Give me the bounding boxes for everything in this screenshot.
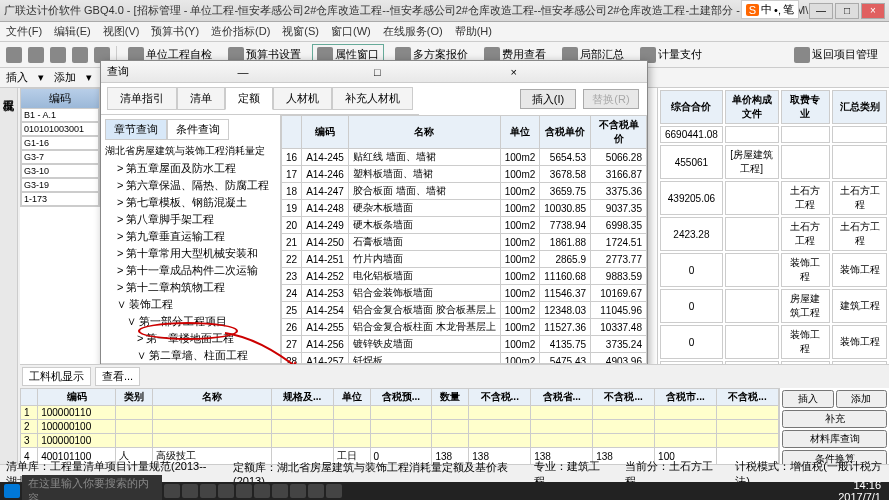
grid-row[interactable]: 24A14-253铝合金装饰板墙面100m211546.3710169.67 (282, 285, 647, 302)
grid-row[interactable]: 27A14-256镀锌铁皮墙面100m24135.753735.24 (282, 336, 647, 353)
grid-header-cell[interactable] (282, 116, 302, 149)
insert-button[interactable]: 插入(I) (520, 89, 576, 109)
dialog-tab-0[interactable]: 清单指引 (107, 87, 177, 110)
grid-header-cell[interactable]: 编码 (302, 116, 349, 149)
tree-tab-chapter[interactable]: 章节查询 (105, 119, 167, 140)
grid-row[interactable]: 25A14-254铝合金复合板墙面 胶合板基层上100m212348.03110… (282, 302, 647, 319)
menu-index[interactable]: 造价指标(D) (211, 24, 270, 39)
dialog-titlebar[interactable]: 查询 — □ × (101, 61, 647, 83)
grid-header-cell[interactable]: 名称 (348, 116, 500, 149)
tree-item[interactable]: > 第十一章成品构件二次运输 (103, 262, 278, 279)
bottom-header-cell[interactable]: 名称 (152, 389, 271, 406)
right-header-cell[interactable]: 取费专业 (781, 90, 830, 124)
taskbar-search[interactable]: 在这里输入你要搜索的内容 (22, 475, 162, 500)
coding-row[interactable]: G3-7 (21, 150, 99, 164)
bottom-row[interactable]: 3100000100 (21, 434, 779, 448)
sidebar-item-parts[interactable]: 分部分项 (0, 92, 1, 456)
menu-budget[interactable]: 预算书(Y) (151, 24, 199, 39)
bottom-header-cell[interactable]: 含税省... (531, 389, 593, 406)
grid-header-cell[interactable]: 不含税单价 (591, 116, 647, 149)
menu-win[interactable]: 窗口(W) (331, 24, 371, 39)
bottom-table[interactable]: 编码类别名称规格及...单位含税预...数量不含税...含税省...不含税...… (20, 388, 779, 466)
grid-row[interactable]: 20A14-249硬木板条墙面100m27738.946998.35 (282, 217, 647, 234)
right-row[interactable]: 2423.28土石方工程土石方工程 (660, 217, 887, 251)
maximize-button[interactable]: □ (835, 3, 859, 19)
grid-row[interactable]: 18A14-247胶合板面 墙面、墙裙100m23659.753375.36 (282, 183, 647, 200)
btn-insert[interactable]: 插入 (782, 390, 834, 408)
tab-insert[interactable]: 插入 (6, 70, 28, 85)
coding-row[interactable]: G1-16 (21, 136, 99, 150)
dialog-maximize-icon[interactable]: □ (368, 66, 505, 78)
coding-row[interactable]: G3-19 (21, 178, 99, 192)
grid-row[interactable]: 26A14-255铝合金复合板柱面 木龙骨基层上100m211527.36103… (282, 319, 647, 336)
menu-help[interactable]: 帮助(H) (455, 24, 492, 39)
task-view-icon[interactable] (164, 484, 180, 498)
bottom-header-cell[interactable]: 编码 (38, 389, 116, 406)
dialog-close-icon[interactable]: × (505, 66, 642, 78)
tree-item[interactable]: > 第六章保温、隔热、防腐工程 (103, 177, 278, 194)
menu-edit[interactable]: 编辑(E) (54, 24, 91, 39)
app-icon-2[interactable] (200, 484, 216, 498)
tree-tab-condition[interactable]: 条件查询 (167, 119, 229, 140)
tree-item[interactable]: > 第十章常用大型机械安装和 (103, 245, 278, 262)
grid-panel[interactable]: 编码名称单位含税单价不含税单价 16A14-245贴红线 墙面、墙裙100m25… (281, 115, 647, 363)
sidebar-item-overview[interactable]: 工程概况 (1, 92, 16, 456)
tool-icon-4[interactable] (72, 47, 88, 63)
bottom-header-cell[interactable]: 不含税... (469, 389, 531, 406)
btn-add[interactable]: 添加 (836, 390, 888, 408)
menu-view[interactable]: 视图(V) (103, 24, 140, 39)
menu-window[interactable]: 视窗(S) (282, 24, 319, 39)
grid-row[interactable]: 19A14-248硬杂木板墙面100m210030.859037.35 (282, 200, 647, 217)
grid-row[interactable]: 17A14-246塑料板墙面、墙裙100m23678.583166.87 (282, 166, 647, 183)
coding-a1[interactable]: B1 - A.1 (21, 108, 99, 122)
dialog-tab-3[interactable]: 人材机 (273, 87, 332, 110)
tree-item[interactable]: > 第九章垂直运输工程 (103, 228, 278, 245)
grid-row[interactable]: 16A14-245贴红线 墙面、墙裙100m25654.535066.28 (282, 149, 647, 166)
app-icon-1[interactable] (182, 484, 198, 498)
right-row[interactable]: 0装饰工程装饰工程 (660, 253, 887, 287)
bottom-row[interactable]: 2100000100 (21, 420, 779, 434)
bottom-header-cell[interactable]: 单位 (333, 389, 370, 406)
ime-bi[interactable]: 笔 (783, 2, 794, 17)
bottom-header-cell[interactable]: 数量 (432, 389, 469, 406)
bottom-row[interactable]: 1100000110 (21, 406, 779, 420)
bottom-header-cell[interactable] (21, 389, 38, 406)
right-row[interactable]: 0装饰工程装饰工程 (660, 325, 887, 359)
chevron-down-icon[interactable]: ▾ (86, 71, 92, 84)
tool-icon-1[interactable] (6, 47, 22, 63)
ime-dot[interactable]: •, (774, 4, 781, 16)
coding-code[interactable]: 010101003001 (21, 122, 99, 136)
bottom-tab-view[interactable]: 查看... (95, 367, 140, 386)
menu-online[interactable]: 在线服务(O) (383, 24, 443, 39)
tree-root[interactable]: 湖北省房屋建筑与装饰工程消耗量定 (103, 142, 278, 160)
start-button[interactable] (4, 484, 20, 498)
bottom-header-cell[interactable]: 类别 (116, 389, 153, 406)
tab-add[interactable]: 添加 (54, 70, 76, 85)
return-project-button[interactable]: 返回项目管理 (789, 44, 883, 66)
app-icon-8[interactable] (308, 484, 324, 498)
app-icon-3[interactable] (218, 484, 234, 498)
right-row[interactable]: 455061[房屋建筑工程] (660, 145, 887, 179)
replace-button[interactable]: 替换(R) (583, 89, 639, 109)
dialog-minimize-icon[interactable]: — (232, 66, 369, 78)
grid-row[interactable]: 21A14-250石膏板墙面100m21861.881724.51 (282, 234, 647, 251)
tree-item[interactable]: > 第八章脚手架工程 (103, 211, 278, 228)
tree-item[interactable]: > 第五章屋面及防水工程 (103, 160, 278, 177)
menu-file[interactable]: 文件(F) (6, 24, 42, 39)
bottom-tab-material[interactable]: 工料机显示 (22, 367, 91, 386)
dialog-tab-4[interactable]: 补充人材机 (332, 87, 413, 110)
app-icon-6[interactable] (272, 484, 288, 498)
app-icon-4[interactable] (236, 484, 252, 498)
app-icon-5[interactable] (254, 484, 270, 498)
grid-row[interactable]: 22A14-251竹片内墙面100m22865.92773.77 (282, 251, 647, 268)
btn-supplement[interactable]: 补充 (782, 410, 887, 428)
right-header-cell[interactable]: 单价构成文件 (725, 90, 779, 124)
chevron-down-icon[interactable]: ▾ (38, 71, 44, 84)
app-icon-7[interactable] (290, 484, 306, 498)
tree-item[interactable]: ∨ 装饰工程 (103, 296, 278, 313)
taskbar-clock[interactable]: 14:162017/7/1 (838, 479, 885, 500)
ime-bar[interactable]: S 中 •, 笔 (741, 0, 799, 19)
tree-item[interactable]: ∨ 第二章墙、柱面工程 (103, 347, 278, 363)
bottom-header-cell[interactable]: 不含税... (717, 389, 779, 406)
bottom-header-cell[interactable]: 含税市... (655, 389, 717, 406)
